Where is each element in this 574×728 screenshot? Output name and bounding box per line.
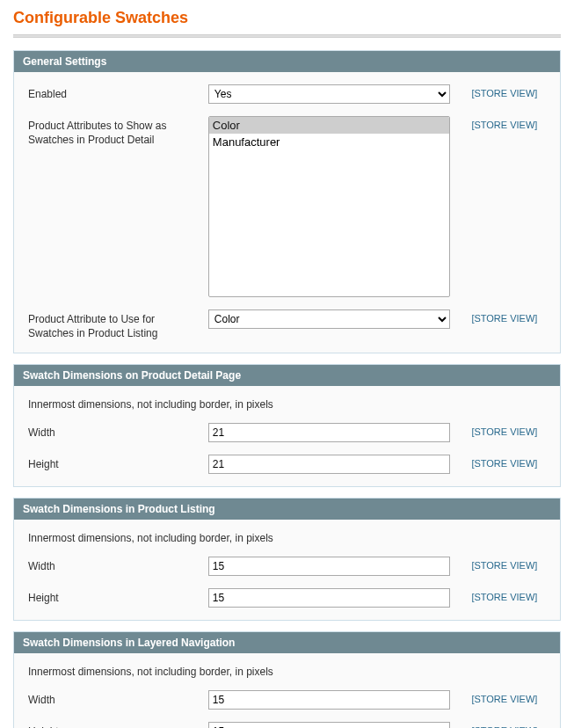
section-detail-dimensions: Swatch Dimensions on Product Detail Page… [13, 364, 561, 487]
scope-label: [STORE VIEW] [450, 423, 546, 437]
row-listing-height: Height [STORE VIEW] [28, 588, 546, 608]
scope-label: [STORE VIEW] [450, 722, 546, 728]
input-detail-width[interactable] [208, 423, 451, 442]
input-detail-height[interactable] [208, 455, 451, 474]
section-layered-dimensions: Swatch Dimensions in Layered Navigation … [13, 631, 561, 728]
scope-label: [STORE VIEW] [450, 309, 546, 324]
section-header-listing-dims[interactable]: Swatch Dimensions in Product Listing [14, 499, 560, 520]
row-layered-height: Height [STORE VIEW] [28, 722, 546, 728]
label-listing-width: Width [28, 557, 208, 573]
title-divider [13, 34, 561, 38]
note-listing-dims: Innermost dimensions, not including bord… [28, 532, 546, 544]
multiselect-detail-attributes[interactable]: ColorManufacturer [208, 116, 451, 297]
scope-label: [STORE VIEW] [450, 690, 546, 704]
scope-label: [STORE VIEW] [450, 588, 546, 602]
scope-label: [STORE VIEW] [450, 116, 546, 130]
section-header-layered-dims[interactable]: Swatch Dimensions in Layered Navigation [14, 632, 560, 653]
note-detail-dims: Innermost dimensions, not including bord… [28, 398, 546, 411]
section-general-settings: General Settings Enabled YesNo [STORE VI… [13, 50, 561, 353]
label-detail-attributes: Product Attributes to Show as Swatches i… [28, 116, 208, 147]
row-listing-attribute: Product Attribute to Use for Swatches in… [28, 309, 546, 340]
label-layered-height: Height [28, 722, 208, 728]
row-enabled: Enabled YesNo [STORE VIEW] [28, 84, 546, 104]
input-listing-width[interactable] [208, 557, 451, 576]
row-detail-attributes: Product Attributes to Show as Swatches i… [28, 116, 546, 297]
label-enabled: Enabled [28, 84, 208, 101]
row-listing-width: Width [STORE VIEW] [28, 557, 546, 576]
row-layered-width: Width [STORE VIEW] [28, 690, 546, 710]
row-detail-width: Width [STORE VIEW] [28, 423, 546, 442]
page-title: Configurable Swatches [13, 9, 561, 34]
section-listing-dimensions: Swatch Dimensions in Product Listing Inn… [13, 498, 561, 621]
scope-label: [STORE VIEW] [450, 455, 546, 469]
label-listing-attribute: Product Attribute to Use for Swatches in… [28, 309, 208, 340]
label-listing-height: Height [28, 588, 208, 605]
row-detail-height: Height [STORE VIEW] [28, 455, 546, 474]
input-listing-height[interactable] [208, 588, 451, 608]
scope-label: [STORE VIEW] [450, 557, 546, 571]
note-layered-dims: Innermost dimensions, not including bord… [28, 666, 546, 678]
section-header-general[interactable]: General Settings [14, 51, 560, 72]
label-detail-width: Width [28, 423, 208, 440]
input-layered-height[interactable] [208, 722, 451, 728]
section-header-detail-dims[interactable]: Swatch Dimensions on Product Detail Page [14, 365, 560, 386]
scope-label: [STORE VIEW] [450, 84, 546, 98]
input-layered-width[interactable] [208, 690, 451, 710]
select-enabled[interactable]: YesNo [208, 84, 451, 104]
label-layered-width: Width [28, 690, 208, 707]
select-listing-attribute[interactable]: ColorManufacturer [208, 309, 451, 329]
label-detail-height: Height [28, 455, 208, 471]
